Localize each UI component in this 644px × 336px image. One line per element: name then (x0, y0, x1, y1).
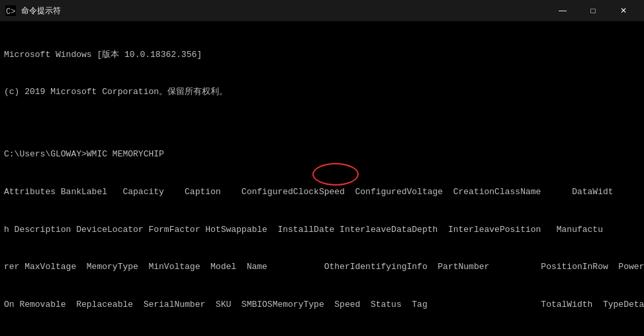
console-line-5: Attributes BankLabel Capacity Caption Co… (4, 186, 640, 199)
title-bar: C> 命令提示符 — □ ✕ (0, 0, 644, 21)
title-bar-left: C> 命令提示符 (5, 5, 61, 17)
console-line-4: C:\Users\GLOWAY>WMIC MEMORYCHIP (4, 148, 640, 161)
close-button[interactable]: ✕ (608, 0, 639, 21)
maximize-button[interactable]: □ (578, 0, 608, 21)
console-line-7: rer MaxVoltage MemoryType MinVoltage Mod… (4, 261, 640, 274)
window-title: 命令提示符 (21, 5, 61, 17)
highlight-circle-3200 (312, 163, 359, 186)
svg-text:C>: C> (6, 7, 15, 16)
minimize-button[interactable]: — (547, 0, 578, 21)
console-line-8: On Removable Replaceable SerialNumber SK… (4, 299, 640, 311)
window-controls: — □ ✕ (547, 0, 639, 21)
console-output: Microsoft Windows [版本 10.0.18362.356] (c… (0, 21, 644, 336)
console-line-6: h Description DeviceLocator FormFactor H… (4, 224, 640, 237)
console-line-2: (c) 2019 Microsoft Corporation。保留所有权利。 (4, 86, 640, 99)
cmd-icon: C> (5, 5, 16, 16)
cmd-window: C> 命令提示符 — □ ✕ Microsoft Windows [版本 10.… (0, 0, 644, 336)
console-line-1: Microsoft Windows [版本 10.0.18362.356] (4, 49, 640, 62)
